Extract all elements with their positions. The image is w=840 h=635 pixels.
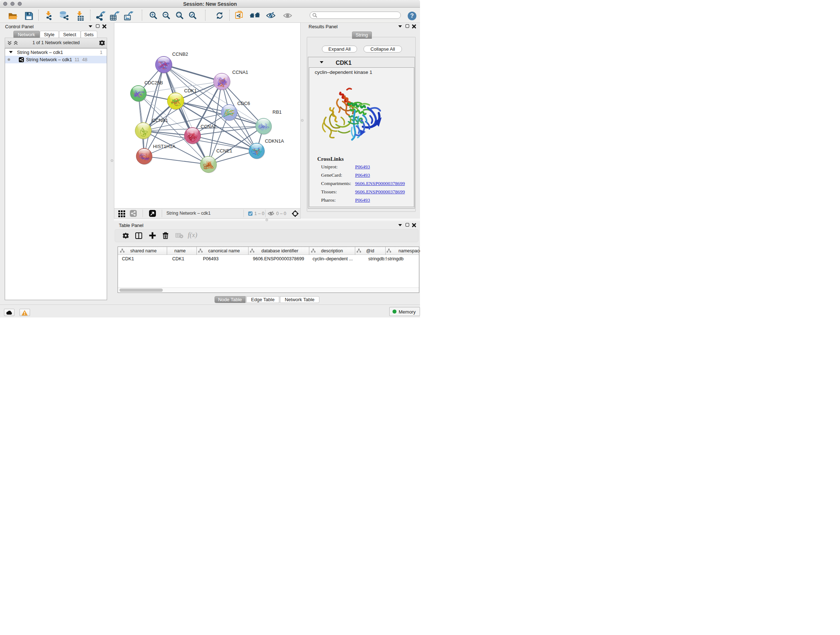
svg-text:CDC25B: CDC25B <box>144 80 163 86</box>
svg-text:CCNA1: CCNA1 <box>232 69 248 74</box>
svg-text:CCNE1: CCNE1 <box>216 148 232 153</box>
svg-text:CDK1: CDK1 <box>184 88 197 93</box>
svg-text:RB1: RB1 <box>272 109 281 115</box>
svg-text:CCNB2: CCNB2 <box>172 51 188 57</box>
svg-text:CCNA2: CCNA2 <box>201 124 217 129</box>
svg-text:CDC6: CDC6 <box>237 101 250 106</box>
svg-text:CDKN1A: CDKN1A <box>265 138 284 144</box>
svg-text:HIST1H1A: HIST1H1A <box>153 143 175 149</box>
svg-text:CCNB1: CCNB1 <box>152 117 168 123</box>
